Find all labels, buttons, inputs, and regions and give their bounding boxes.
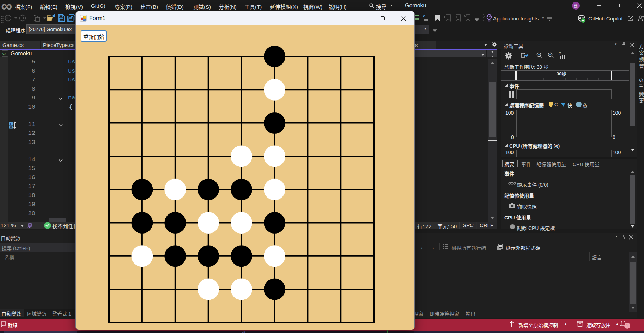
svg-text:O: O [10,126,12,129]
svg-text:?: ? [559,52,561,55]
svg-text:I: I [10,122,11,125]
